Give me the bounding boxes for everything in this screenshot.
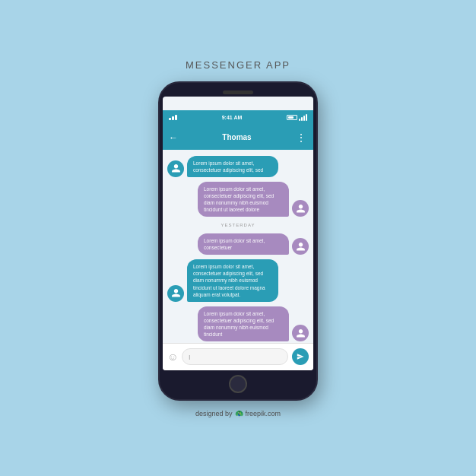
avatar xyxy=(167,160,184,177)
messages-area: Lorem ipsum dolor sit amet, consectetuer… xyxy=(163,150,313,343)
avatar xyxy=(167,285,184,302)
back-button[interactable]: ← xyxy=(169,132,178,143)
signal-icon xyxy=(299,114,307,121)
phone-body: 9:41 AM ← Thomas ⋮ xyxy=(158,81,318,401)
message-row: Lorem ipsum dolor sit amet, consectetuer… xyxy=(167,156,309,177)
date-divider: YESTERDAY xyxy=(167,223,309,227)
avatar xyxy=(292,200,309,217)
footer-text: designed by xyxy=(195,410,233,417)
home-button[interactable] xyxy=(229,375,247,393)
avatar xyxy=(292,325,309,341)
message-bubble: Lorem ipsum dolor sit amet, consectetuer… xyxy=(187,156,278,177)
message-row: Lorem ipsum dolor sit amet, consectetuer… xyxy=(167,259,309,301)
avatar xyxy=(292,238,309,255)
footer-url: freepik.com xyxy=(246,410,281,417)
more-options-button[interactable]: ⋮ xyxy=(296,132,307,144)
emoji-button[interactable]: ☺ xyxy=(167,351,178,363)
phone-speaker xyxy=(223,90,253,94)
message-row: Lorem ipsum dolor sit amet, consectetuer xyxy=(167,233,309,255)
phone-device: 9:41 AM ← Thomas ⋮ xyxy=(158,81,318,401)
input-area: ☺ xyxy=(163,343,313,370)
message-bubble: Lorem ipsum dolor sit amet, consectetuer… xyxy=(198,182,289,217)
message-row: Lorem ipsum dolor sit amet, consectetuer… xyxy=(167,306,309,341)
status-left xyxy=(169,115,177,120)
status-time: 9:41 AM xyxy=(222,115,243,120)
phone-screen: 9:41 AM ← Thomas ⋮ xyxy=(163,97,313,370)
chat-header: ← Thomas ⋮ xyxy=(163,125,313,150)
wifi-icon xyxy=(169,115,177,120)
message-input[interactable] xyxy=(182,348,288,365)
send-button[interactable] xyxy=(292,348,309,365)
footer-icon: 🦚 xyxy=(235,410,243,417)
contact-name: Thomas xyxy=(178,133,296,141)
message-bubble: Lorem ipsum dolor sit amet, consectetuer… xyxy=(187,259,278,301)
page-title: MESSENGER APP xyxy=(186,59,290,71)
status-bar: 9:41 AM xyxy=(163,110,313,125)
status-right xyxy=(287,114,307,121)
message-bubble: Lorem ipsum dolor sit amet, consectetuer xyxy=(198,233,289,255)
message-row: Lorem ipsum dolor sit amet, consectetuer… xyxy=(167,182,309,217)
message-bubble: Lorem ipsum dolor sit amet, consectetuer… xyxy=(198,306,289,341)
footer-credit: designed by 🦚 freepik.com xyxy=(195,410,281,417)
battery-icon xyxy=(287,115,297,120)
